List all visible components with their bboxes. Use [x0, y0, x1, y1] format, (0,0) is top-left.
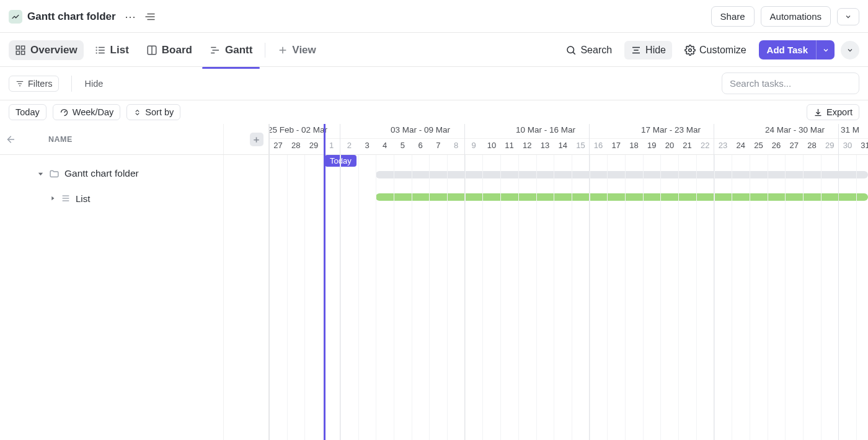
day-header: 14 [554, 141, 572, 150]
day-header: 11 [500, 141, 518, 150]
svg-point-25 [689, 48, 692, 51]
zoom-label: Week/Day [73, 107, 114, 117]
day-header: 8 [447, 141, 465, 150]
svg-line-21 [574, 52, 575, 54]
sort-icon [133, 108, 141, 117]
task-tree-panel: NAME ＋ Gantt chart folder List [0, 124, 269, 440]
tab-board-label: Board [162, 44, 192, 56]
today-button[interactable]: Today [9, 104, 46, 120]
day-header: 16 [590, 141, 608, 150]
day-header: 7 [429, 141, 447, 150]
tab-list-label: List [110, 44, 129, 56]
more-icon[interactable]: ⋯ [125, 10, 136, 24]
share-label: Share [720, 11, 745, 22]
zoom-button[interactable]: Week/Day [53, 104, 121, 120]
add-column-button[interactable]: ＋ [250, 133, 264, 146]
gear-icon [684, 45, 696, 56]
day-header: 9 [465, 141, 483, 150]
day-header: 17 [607, 141, 625, 150]
svg-rect-6 [22, 51, 25, 54]
day-header: 3 [358, 141, 376, 150]
today-line [324, 124, 326, 440]
add-view-button[interactable]: View [272, 40, 322, 60]
hide-columns-button[interactable]: Hide [84, 79, 103, 89]
chevron-down-icon [37, 170, 44, 177]
tab-gantt-label: Gantt [225, 44, 252, 56]
day-header: 6 [412, 141, 430, 150]
week-range: 24 Mar - 30 Mar [765, 125, 825, 134]
day-header: 10 [482, 141, 500, 150]
expand-menu-button[interactable] [841, 41, 859, 59]
chevron-down-icon [822, 46, 830, 54]
svg-marker-33 [51, 196, 54, 201]
plus-icon [278, 45, 288, 55]
bar-task[interactable] [376, 193, 868, 201]
tab-gantt[interactable]: Gantt [203, 40, 259, 60]
day-header: 28 [287, 141, 305, 150]
filters-chip[interactable]: Filters [9, 76, 59, 92]
timeline-panel: 25 Feb - 02 Mar03 Mar - 09 Mar10 Mar - 1… [269, 124, 868, 440]
tree-folder-label: Gantt chart folder [64, 168, 139, 179]
tab-list[interactable]: List [89, 40, 135, 60]
outline-icon[interactable] [144, 12, 156, 22]
export-button[interactable]: Export [807, 104, 859, 120]
day-header: 29 [304, 141, 322, 150]
day-header: 13 [536, 141, 554, 150]
share-button[interactable]: Share [711, 6, 755, 27]
hide-label: Hide [645, 45, 666, 56]
week-range: 03 Mar - 09 Mar [391, 125, 450, 134]
tree-list-row[interactable]: List [0, 186, 268, 211]
hide-button[interactable]: Hide [624, 41, 672, 59]
name-header: NAME [48, 135, 73, 144]
day-header: 5 [394, 141, 412, 150]
day-header: 23 [714, 141, 732, 150]
filter-icon [16, 79, 24, 88]
automations-label: Automations [770, 11, 822, 22]
add-task-label: Add Task [767, 45, 808, 55]
add-task-split[interactable] [816, 40, 835, 59]
day-header: 25 [750, 141, 768, 150]
svg-marker-32 [38, 172, 43, 175]
svg-point-11 [96, 50, 97, 50]
day-header: 22 [696, 141, 714, 150]
svg-point-20 [567, 46, 574, 53]
sort-button[interactable]: Sort by [126, 104, 180, 120]
day-header: 21 [678, 141, 696, 150]
day-header: 2 [340, 141, 358, 150]
day-header: 20 [660, 141, 678, 150]
customize-button[interactable]: Customize [678, 41, 753, 59]
search-button[interactable]: Search [559, 41, 618, 59]
week-range: 17 Mar - 23 Mar [641, 125, 701, 134]
svg-point-10 [96, 47, 97, 48]
tab-board[interactable]: Board [140, 40, 198, 60]
collapse-tree-icon[interactable] [5, 134, 16, 145]
automations-button[interactable]: Automations [761, 6, 831, 27]
folder-chart-icon [9, 10, 22, 24]
sort-label: Sort by [145, 107, 174, 117]
tree-list-label: List [76, 193, 90, 204]
automations-caret[interactable] [837, 8, 859, 25]
export-label: Export [826, 107, 852, 117]
download-icon [813, 108, 823, 117]
tab-overview[interactable]: Overview [9, 40, 84, 60]
week-range: 25 Feb - 02 Mar [269, 125, 327, 134]
day-header: 31 [856, 141, 868, 150]
customize-label: Customize [699, 45, 746, 56]
week-range: 10 Mar - 16 Mar [516, 125, 575, 134]
day-header: 27 [269, 141, 287, 150]
board-icon [146, 45, 157, 56]
add-view-label: View [292, 44, 316, 56]
bar-summary[interactable] [376, 171, 868, 178]
folder-outline-icon [49, 169, 60, 179]
svg-rect-5 [16, 51, 19, 54]
grid-icon [15, 45, 26, 56]
tree-folder-row[interactable]: Gantt chart folder [0, 161, 268, 186]
day-header: 27 [785, 141, 803, 150]
add-task-button[interactable]: Add Task [759, 40, 816, 59]
search-tasks-input[interactable] [722, 73, 859, 94]
gauge-icon [60, 108, 69, 117]
chevron-down-icon [844, 13, 852, 20]
day-header: 29 [821, 141, 839, 150]
day-header: 30 [838, 141, 856, 150]
week-range: 31 M [841, 125, 859, 134]
